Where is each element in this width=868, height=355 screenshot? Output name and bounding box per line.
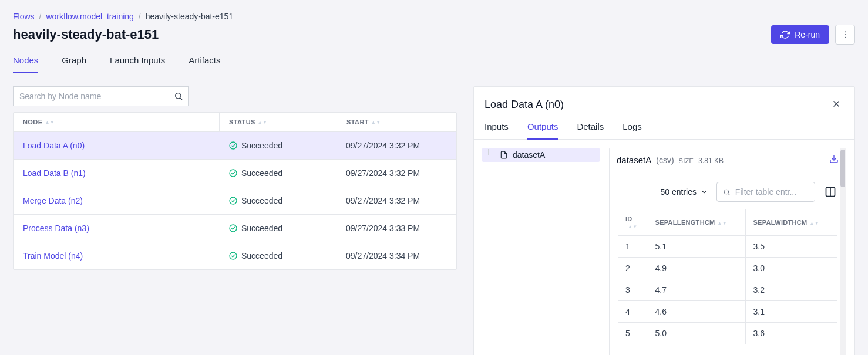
tab-artifacts[interactable]: Artifacts	[189, 55, 220, 73]
cell-sepalwidth: 3.6	[746, 323, 837, 344]
table-row[interactable]: 15.13.5	[618, 236, 837, 258]
table-row[interactable]: 34.73.2	[618, 279, 837, 301]
file-icon	[500, 151, 508, 159]
node-name-cell: Process Data (n3)	[14, 215, 219, 242]
download-button[interactable]	[829, 154, 839, 165]
close-icon	[831, 99, 842, 109]
svg-point-2	[845, 37, 846, 38]
scrollbar-thumb[interactable]	[840, 150, 845, 187]
node-name-cell: Load Data A (n0)	[14, 132, 219, 159]
layout-icon	[825, 186, 836, 198]
nodes-col-start[interactable]: START ▲▼	[337, 113, 456, 131]
download-icon	[829, 154, 839, 164]
node-start-cell: 09/27/2024 3:33 PM	[337, 215, 456, 242]
node-status-cell: Succeeded	[219, 132, 337, 159]
data-col-sepalwidth[interactable]: SEPALWIDTHCM▲▼	[746, 209, 837, 236]
col-label: SEPALLENGTHCM	[655, 219, 715, 226]
search-button[interactable]	[169, 86, 189, 106]
breadcrumb-sep: /	[39, 12, 42, 21]
rerun-button[interactable]: Re-run	[771, 25, 829, 44]
nodes-col-node[interactable]: NODE ▲▼	[14, 113, 219, 131]
table-row[interactable]: Process Data (n3)Succeeded09/27/2024 3:3…	[14, 214, 456, 242]
panel-tabs: Inputs Outputs Details Logs	[474, 121, 854, 140]
table-row[interactable]: Merge Data (n2)Succeeded09/27/2024 3:32 …	[14, 187, 456, 214]
svg-point-9	[724, 190, 729, 194]
svg-point-1	[845, 34, 846, 35]
refresh-icon	[780, 30, 790, 39]
node-detail-panel: Load Data A (n0) Inputs Outputs Details …	[473, 86, 855, 355]
col-label: ID	[625, 215, 633, 222]
scrollbar[interactable]	[840, 148, 846, 355]
sort-icon: ▲▼	[718, 222, 727, 225]
table-row[interactable]: 44.63.1	[618, 301, 837, 323]
node-start-cell: 09/27/2024 3:34 PM	[337, 242, 456, 269]
cell-id: 1	[618, 236, 648, 258]
cell-sepallength: 5.1	[648, 236, 746, 258]
col-label: START	[346, 119, 369, 126]
tab-nodes[interactable]: Nodes	[13, 55, 38, 73]
panel-tab-details[interactable]: Details	[577, 121, 604, 140]
check-circle-icon	[228, 224, 238, 233]
nodes-col-status[interactable]: STATUS ▲▼	[219, 113, 337, 131]
cell-id: 5	[618, 323, 648, 344]
cell-sepallength: 4.6	[648, 301, 746, 323]
check-circle-icon	[228, 141, 238, 150]
svg-point-6	[230, 197, 237, 204]
cell-sepalwidth: 3.2	[746, 279, 837, 301]
main-tabs: Nodes Graph Launch Inputs Artifacts	[13, 55, 855, 73]
data-col-sepallength[interactable]: SEPALLENGTHCM▲▼	[648, 209, 746, 236]
entries-dropdown[interactable]: 50 entries	[661, 187, 708, 197]
data-table: ID▲▼ SEPALLENGTHCM▲▼ SEPALWIDTHCM▲▼ 15.1…	[618, 209, 837, 344]
node-name-cell: Train Model (n4)	[14, 242, 219, 269]
svg-point-5	[230, 170, 237, 177]
more-actions-button[interactable]	[835, 25, 855, 45]
svg-point-8	[230, 252, 237, 259]
node-name-cell: Load Data B (n1)	[14, 160, 219, 187]
node-start-cell: 09/27/2024 3:32 PM	[337, 187, 456, 214]
layout-toggle-button[interactable]	[823, 185, 837, 199]
tree-item-dataset[interactable]: datasetA	[482, 148, 600, 162]
output-detail: datasetA (csv) SIZE 3.81 KB 50 en	[609, 148, 846, 355]
col-label: STATUS	[229, 119, 255, 126]
entries-label: 50 entries	[661, 187, 697, 197]
search-icon	[174, 92, 183, 101]
table-row[interactable]: 55.03.6	[618, 323, 837, 344]
data-col-id[interactable]: ID▲▼	[618, 209, 648, 236]
cell-sepalwidth: 3.1	[746, 301, 837, 323]
breadcrumb: Flows / workflow.model_training / heavil…	[13, 12, 855, 21]
cell-id: 4	[618, 301, 648, 323]
chevron-down-icon	[700, 188, 708, 196]
tab-graph[interactable]: Graph	[62, 55, 86, 73]
sort-icon: ▲▼	[810, 222, 819, 225]
col-label: SEPALWIDTHCM	[753, 219, 807, 226]
table-row[interactable]: Load Data B (n1)Succeeded09/27/2024 3:32…	[14, 159, 456, 187]
output-tree: datasetA	[482, 148, 600, 355]
panel-tab-inputs[interactable]: Inputs	[485, 121, 509, 140]
cell-sepallength: 4.9	[648, 258, 746, 279]
cell-id: 3	[618, 279, 648, 301]
sort-icon: ▲▼	[628, 225, 637, 228]
breadcrumb-current: heavily-steady-bat-e151	[146, 12, 233, 21]
svg-point-0	[845, 31, 846, 32]
search-input[interactable]	[13, 86, 169, 106]
table-row[interactable]: Load Data A (n0)Succeeded09/27/2024 3:32…	[14, 131, 456, 159]
cell-sepalwidth: 3.0	[746, 258, 837, 279]
svg-point-3	[176, 93, 181, 99]
svg-point-4	[230, 142, 237, 149]
breadcrumb-sep: /	[139, 12, 141, 21]
close-panel-button[interactable]	[829, 96, 844, 113]
sort-icon: ▲▼	[45, 121, 55, 124]
breadcrumb-workflow[interactable]: workflow.model_training	[46, 12, 133, 21]
rerun-label: Re-run	[795, 30, 820, 39]
col-label: NODE	[23, 119, 42, 126]
check-circle-icon	[228, 251, 238, 261]
panel-tab-outputs[interactable]: Outputs	[527, 121, 559, 140]
panel-tab-logs[interactable]: Logs	[623, 121, 642, 140]
table-row[interactable]: Train Model (n4)Succeeded09/27/2024 3:34…	[14, 242, 456, 269]
filter-input[interactable]	[735, 187, 809, 197]
breadcrumb-flows[interactable]: Flows	[13, 12, 35, 21]
cell-sepallength: 5.0	[648, 323, 746, 344]
table-row[interactable]: 24.93.0	[618, 258, 837, 279]
tab-launch-inputs[interactable]: Launch Inputs	[110, 55, 165, 73]
output-name: datasetA	[617, 155, 651, 165]
